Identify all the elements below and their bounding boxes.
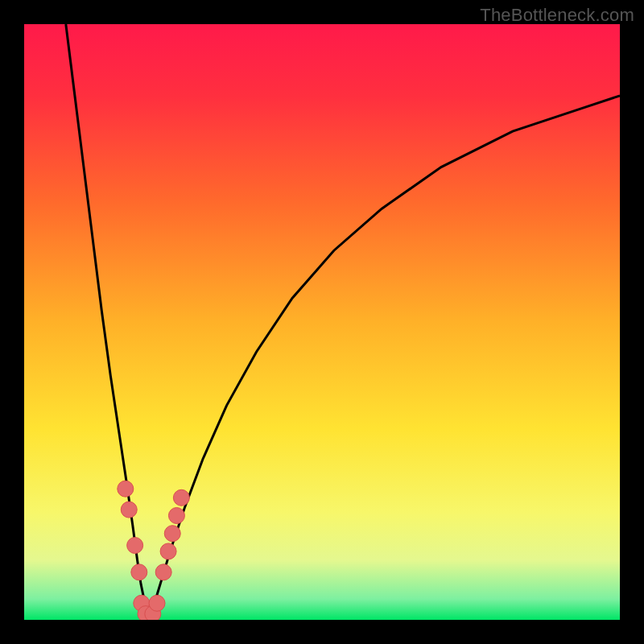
watermark-text: TheBottleneck.com	[480, 5, 634, 26]
chart-frame: TheBottleneck.com	[0, 0, 644, 644]
data-marker	[121, 502, 137, 518]
chart-svg	[24, 24, 620, 620]
gradient-background	[24, 24, 620, 620]
data-marker	[168, 508, 184, 524]
data-marker	[118, 481, 134, 497]
data-marker	[155, 564, 171, 580]
data-marker	[164, 526, 180, 542]
data-marker	[127, 538, 143, 554]
data-marker	[160, 543, 176, 559]
plot-area	[24, 24, 620, 620]
data-marker	[149, 595, 165, 611]
data-marker	[173, 489, 189, 506]
data-marker	[131, 564, 147, 580]
